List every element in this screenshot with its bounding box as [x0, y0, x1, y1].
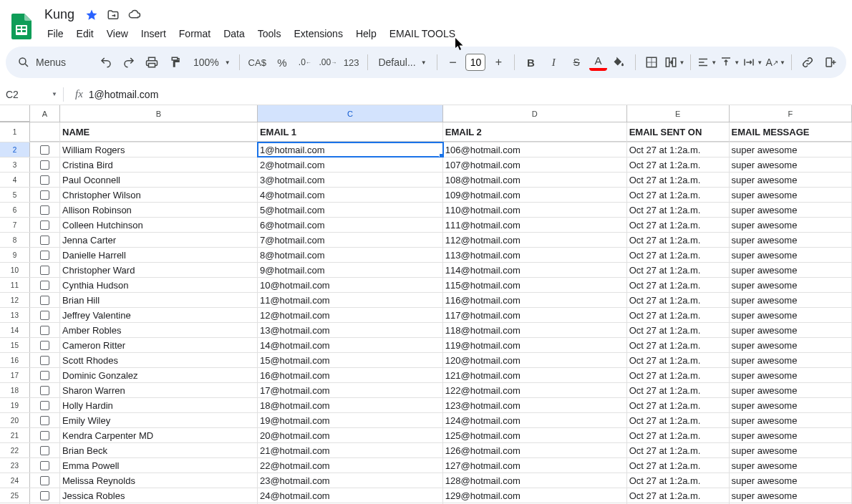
cell-email1[interactable]: 1@hotmail.com: [258, 142, 443, 157]
rotate-button[interactable]: A↗▼: [765, 52, 785, 73]
checkbox-icon[interactable]: [40, 190, 49, 200]
link-button[interactable]: [798, 52, 818, 73]
decrease-decimal-button[interactable]: .0←: [295, 52, 315, 73]
cell-email2[interactable]: 115@hotmail.com: [443, 278, 627, 292]
checkbox-icon[interactable]: [40, 371, 49, 380]
row-header[interactable]: 1: [0, 122, 30, 142]
row-header[interactable]: 10: [0, 263, 30, 277]
fill-color-button[interactable]: [610, 52, 630, 73]
row-header[interactable]: 19: [0, 398, 30, 412]
cell-msg[interactable]: super awesome: [730, 248, 852, 262]
cell-email2[interactable]: 114@hotmail.com: [443, 263, 627, 277]
cell-sent[interactable]: Oct 27 at 1:2a.m.: [627, 263, 730, 277]
cell-msg[interactable]: super awesome: [730, 218, 852, 232]
cell-msg[interactable]: super awesome: [730, 263, 852, 277]
col-header-f[interactable]: F: [730, 105, 852, 122]
cell-email2[interactable]: 117@hotmail.com: [443, 308, 627, 322]
font-size-input[interactable]: [465, 54, 485, 71]
cell-sent[interactable]: Oct 27 at 1:2a.m.: [627, 203, 730, 217]
cell-msg[interactable]: super awesome: [730, 428, 852, 442]
checkbox-icon[interactable]: [40, 160, 49, 170]
borders-button[interactable]: [642, 52, 662, 73]
checkbox-icon[interactable]: [40, 461, 49, 470]
cell-sent[interactable]: Oct 27 at 1:2a.m.: [627, 473, 730, 488]
checkbox-icon[interactable]: [40, 326, 49, 335]
cell-email1[interactable]: 10@hotmail.com: [258, 278, 443, 292]
row-header[interactable]: 17: [0, 368, 30, 382]
checkbox-cell[interactable]: [30, 218, 60, 232]
cell-sent[interactable]: Oct 27 at 1:2a.m.: [627, 368, 730, 382]
col-header-e[interactable]: E: [627, 105, 730, 122]
checkbox-cell[interactable]: [30, 353, 60, 367]
row-header[interactable]: 8: [0, 233, 30, 247]
checkbox-icon[interactable]: [40, 386, 49, 395]
undo-button[interactable]: [96, 52, 116, 73]
checkbox-cell[interactable]: [30, 383, 60, 397]
menu-extensions[interactable]: Extensions: [288, 25, 348, 42]
cell-msg[interactable]: super awesome: [730, 458, 852, 472]
cell-email1[interactable]: 12@hotmail.com: [258, 308, 443, 322]
checkbox-cell[interactable]: [30, 158, 60, 172]
checkbox-icon[interactable]: [40, 356, 49, 365]
menu-file[interactable]: File: [42, 25, 69, 42]
name-box[interactable]: C2 ▼: [0, 87, 63, 102]
cloud-status-icon[interactable]: [127, 8, 142, 22]
cell-sent[interactable]: Oct 27 at 1:2a.m.: [627, 293, 730, 307]
doc-title[interactable]: Kung: [42, 6, 77, 24]
checkbox-icon[interactable]: [40, 281, 49, 290]
cell-name[interactable]: Sharon Warren: [60, 383, 258, 397]
cell-email2[interactable]: 109@hotmail.com: [443, 188, 627, 202]
cell-msg[interactable]: super awesome: [730, 188, 852, 202]
cell-name[interactable]: Dominic Gonzalez: [60, 368, 258, 382]
cell-msg[interactable]: super awesome: [730, 488, 852, 503]
cell-sent[interactable]: Oct 27 at 1:2a.m.: [627, 428, 730, 442]
cell-email2[interactable]: 116@hotmail.com: [443, 293, 627, 307]
cell-email2[interactable]: 121@hotmail.com: [443, 368, 627, 382]
cell-sent[interactable]: Oct 27 at 1:2a.m.: [627, 323, 730, 337]
row-header[interactable]: 6: [0, 203, 30, 217]
row-header[interactable]: 7: [0, 218, 30, 232]
cell-email1[interactable]: 17@hotmail.com: [258, 383, 443, 397]
row-header[interactable]: 2: [0, 142, 30, 157]
menu-help[interactable]: Help: [350, 25, 382, 42]
print-button[interactable]: [142, 52, 162, 73]
row-header[interactable]: 25: [0, 488, 30, 503]
row-header[interactable]: 9: [0, 248, 30, 262]
checkbox-cell[interactable]: [30, 308, 60, 322]
h-align-button[interactable]: ▼: [697, 52, 717, 73]
checkbox-cell[interactable]: [30, 263, 60, 277]
star-icon[interactable]: [84, 8, 99, 22]
cell-email1[interactable]: 7@hotmail.com: [258, 233, 443, 247]
add-column-button[interactable]: [820, 52, 841, 73]
cell-name[interactable]: Cynthia Hudson: [60, 278, 258, 292]
cell-email2[interactable]: 110@hotmail.com: [443, 203, 627, 217]
cell-sent[interactable]: Oct 27 at 1:2a.m.: [627, 458, 730, 472]
cell-sent[interactable]: Oct 27 at 1:2a.m.: [627, 278, 730, 292]
cell-email2[interactable]: 128@hotmail.com: [443, 473, 627, 488]
search-menus[interactable]: Menus: [11, 53, 93, 72]
checkbox-cell[interactable]: [30, 443, 60, 457]
cell-msg[interactable]: super awesome: [730, 323, 852, 337]
zoom-select[interactable]: 100% ▼: [188, 57, 233, 68]
cell-msg[interactable]: super awesome: [730, 142, 852, 157]
cell-header-msg[interactable]: EMAIL MESSAGE: [730, 122, 852, 142]
cell-sent[interactable]: Oct 27 at 1:2a.m.: [627, 338, 730, 352]
cell-email2[interactable]: 120@hotmail.com: [443, 353, 627, 367]
cell-name[interactable]: Melissa Reynolds: [60, 473, 258, 488]
cell-email1[interactable]: 8@hotmail.com: [258, 248, 443, 262]
cell-name[interactable]: Brian Beck: [60, 443, 258, 457]
checkbox-cell[interactable]: [30, 248, 60, 262]
cell-name[interactable]: Cristina Bird: [60, 158, 258, 172]
row-header[interactable]: 22: [0, 443, 30, 457]
row-header[interactable]: 13: [0, 308, 30, 322]
checkbox-cell[interactable]: [30, 142, 60, 157]
italic-button[interactable]: I: [543, 52, 563, 73]
cell-msg[interactable]: super awesome: [730, 413, 852, 427]
increase-decimal-button[interactable]: .00→: [318, 52, 338, 73]
cell-sent[interactable]: Oct 27 at 1:2a.m.: [627, 413, 730, 427]
cell-name[interactable]: Kendra Carpenter MD: [60, 428, 258, 442]
cell-email1[interactable]: 9@hotmail.com: [258, 263, 443, 277]
checkbox-cell[interactable]: [30, 338, 60, 352]
cell-email2[interactable]: 107@hotmail.com: [443, 158, 627, 172]
cell-email1[interactable]: 23@hotmail.com: [258, 473, 443, 488]
